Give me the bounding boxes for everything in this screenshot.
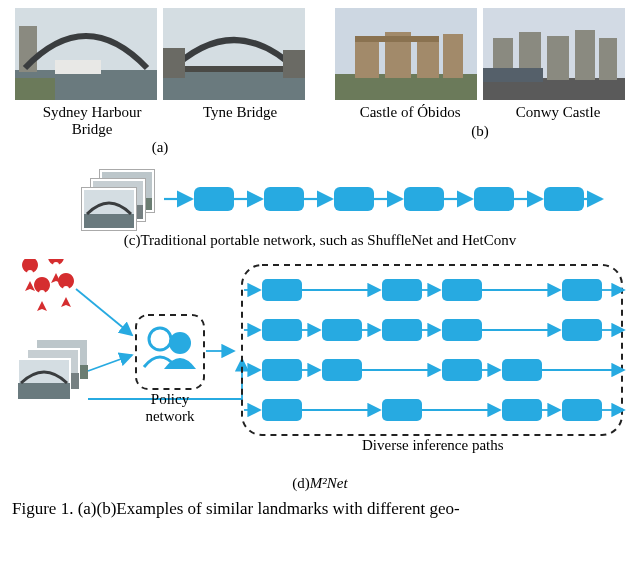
svg-rect-33 — [264, 187, 304, 211]
svg-rect-15 — [443, 34, 463, 78]
label-sydney: Sydney Harbour Bridge — [43, 104, 142, 137]
svg-rect-14 — [417, 38, 439, 78]
svg-rect-21 — [575, 30, 595, 80]
svg-point-57 — [169, 332, 191, 354]
svg-rect-31 — [194, 187, 234, 211]
svg-rect-41 — [544, 187, 584, 211]
thumb-castle-obidos — [335, 8, 477, 100]
svg-rect-84 — [442, 359, 482, 381]
svg-rect-86 — [502, 359, 542, 381]
chain-network — [164, 174, 604, 224]
svg-rect-73 — [382, 319, 422, 341]
label-tyne: Tyne Bridge — [203, 104, 277, 137]
diagram-c: (c)Traditional portable network, such as… — [12, 170, 628, 249]
image-stack-c — [82, 170, 152, 228]
svg-rect-23 — [483, 68, 543, 82]
path-row-4 — [244, 399, 624, 421]
svg-rect-29 — [84, 214, 134, 228]
svg-point-46 — [63, 286, 69, 292]
thumb-conwy-castle — [483, 8, 625, 100]
path-row-1 — [244, 279, 624, 301]
svg-rect-93 — [502, 399, 542, 421]
thumb-tyne-bridge — [163, 8, 305, 100]
svg-rect-66 — [562, 279, 602, 301]
svg-rect-12 — [355, 36, 379, 78]
svg-line-53 — [76, 289, 132, 335]
svg-rect-82 — [322, 359, 362, 381]
svg-rect-8 — [163, 48, 185, 78]
svg-rect-71 — [322, 319, 362, 341]
svg-point-44 — [53, 262, 59, 268]
sublabel-a: (a) — [152, 139, 169, 156]
sublabel-b: (b) — [471, 123, 489, 140]
svg-rect-69 — [262, 319, 302, 341]
caption-d: (d)M²Net — [12, 475, 628, 492]
svg-rect-64 — [442, 279, 482, 301]
svg-rect-37 — [404, 187, 444, 211]
image-stack-d — [18, 339, 88, 399]
svg-line-54 — [88, 355, 132, 371]
label-conwy: Conwy Castle — [516, 104, 601, 121]
map-pins — [22, 259, 74, 311]
example-pair-b: Castle of Óbidos Conwy Castle (b) — [332, 8, 628, 156]
label-obidos: Castle of Óbidos — [360, 104, 461, 121]
figure-caption: Figure 1. (a)(b)Examples of similar land… — [12, 498, 628, 519]
path-row-3 — [244, 359, 624, 381]
svg-rect-3 — [55, 60, 101, 74]
path-row-2 — [244, 319, 624, 341]
svg-rect-9 — [283, 50, 305, 78]
svg-rect-20 — [547, 36, 569, 80]
svg-rect-35 — [334, 187, 374, 211]
svg-rect-39 — [474, 187, 514, 211]
diagram-d: Policy network Diverse inference paths (… — [12, 259, 628, 492]
svg-rect-77 — [562, 319, 602, 341]
svg-rect-22 — [599, 38, 617, 80]
caption-c: (c)Traditional portable network, such as… — [12, 232, 628, 249]
svg-rect-60 — [262, 279, 302, 301]
svg-rect-55 — [136, 315, 204, 389]
svg-rect-62 — [382, 279, 422, 301]
svg-point-45 — [39, 290, 45, 296]
svg-rect-80 — [262, 359, 302, 381]
thumb-sydney-harbour-bridge — [15, 8, 157, 100]
svg-rect-52 — [18, 383, 70, 399]
paths-label: Diverse inference paths — [362, 437, 504, 454]
example-pair-a: Sydney Harbour Bridge Tyne Bridge (a) — [12, 8, 308, 156]
policy-network — [136, 315, 204, 389]
svg-rect-75 — [442, 319, 482, 341]
svg-rect-4 — [15, 78, 55, 100]
policy-label: Policy network — [138, 391, 202, 425]
svg-point-43 — [27, 270, 33, 276]
svg-rect-91 — [382, 399, 422, 421]
svg-rect-95 — [562, 399, 602, 421]
svg-rect-89 — [262, 399, 302, 421]
svg-point-56 — [149, 328, 171, 350]
